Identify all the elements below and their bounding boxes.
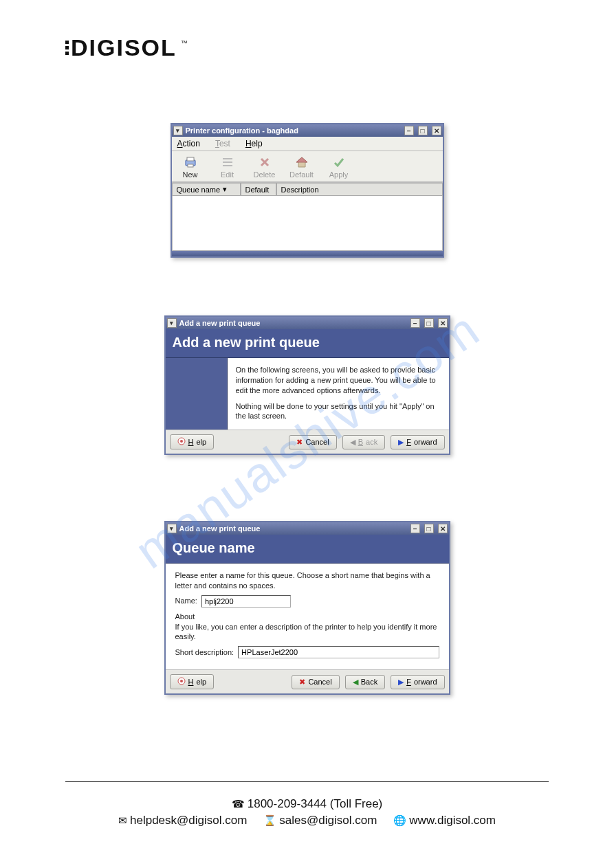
forward-icon: ▶: [398, 678, 404, 687]
forward-button[interactable]: ▶ Forward: [391, 675, 444, 689]
phone-icon: ☎: [232, 798, 245, 810]
footer-web: www.digisol.com: [409, 814, 496, 827]
name-input[interactable]: [201, 595, 291, 608]
table-header: Queue name ▾ Default Description: [172, 182, 443, 196]
wizard-body: Please enter a name for this queue. Choo…: [166, 564, 449, 669]
menu-test[interactable]: Test: [215, 139, 230, 148]
cancel-icon: ✖: [299, 678, 305, 687]
titlebar[interactable]: ▾ Printer configuration - baghdad – □ ✕: [172, 124, 443, 137]
titlebar[interactable]: ▾ Add a new print queue – □ ✕: [166, 522, 449, 535]
wizard-sidebar: [166, 358, 228, 430]
col-description[interactable]: Description: [276, 183, 443, 196]
globe-icon: 🌐: [393, 814, 406, 826]
wizard-heading: Queue name: [166, 535, 449, 564]
svg-rect-2: [188, 164, 193, 167]
help-icon: [177, 677, 186, 687]
cancel-icon: ✖: [296, 438, 303, 447]
back-button[interactable]: ◀ Back: [342, 435, 385, 449]
minimize-icon[interactable]: –: [404, 126, 414, 135]
sort-icon: ▾: [223, 185, 227, 194]
menu-action[interactable]: Action: [177, 139, 200, 148]
help-button[interactable]: Help: [170, 674, 215, 689]
name-label: Name:: [175, 596, 197, 606]
svg-rect-4: [223, 162, 232, 163]
back-icon: ◀: [350, 438, 355, 447]
toolbar: New Edit Delete Default: [172, 151, 443, 182]
wizard-heading: Add a new print queue: [166, 329, 449, 358]
delete-button[interactable]: Delete: [248, 154, 282, 180]
about-label: About: [175, 612, 439, 622]
delete-label: Delete: [254, 170, 276, 179]
properties-icon: [220, 155, 235, 169]
cancel-button[interactable]: ✖ Cancel: [292, 675, 339, 689]
menubar: Action Test Help: [172, 137, 443, 151]
queue-name-window: ▾ Add a new print queue – □ ✕ Queue name…: [164, 521, 450, 695]
default-button[interactable]: Default: [285, 154, 319, 180]
close-icon[interactable]: ✕: [432, 126, 441, 135]
add-queue-intro-window: ▾ Add a new print queue – □ ✕ Add a new …: [164, 315, 450, 455]
maximize-icon[interactable]: □: [424, 524, 434, 533]
queue-intro: Please enter a name for this queue. Choo…: [175, 570, 439, 591]
close-icon[interactable]: ✕: [438, 524, 448, 533]
brand-text: DIGISOL: [71, 34, 177, 61]
default-label: Default: [289, 170, 314, 179]
svg-point-9: [180, 680, 183, 682]
help-button[interactable]: Help: [170, 434, 215, 449]
button-bar: Help ✖ Cancel ◀ Back ▶ Forward: [166, 430, 449, 454]
mail-icon: ✉: [118, 814, 127, 826]
svg-rect-3: [223, 158, 232, 159]
window-title: Add a new print queue: [179, 524, 261, 533]
footer-separator: [65, 781, 549, 782]
desc-label: Short description:: [175, 647, 234, 658]
back-button[interactable]: ◀ Back: [345, 675, 385, 689]
maximize-icon[interactable]: □: [424, 318, 434, 328]
table-body: [172, 196, 443, 251]
footer-phone: 1800-209-3444 (Toll Free): [248, 797, 383, 810]
delete-icon: [257, 155, 272, 169]
apply-button[interactable]: Apply: [322, 154, 356, 180]
window-menu-icon[interactable]: ▾: [167, 524, 177, 533]
new-label: New: [182, 170, 197, 179]
home-icon: [294, 155, 309, 169]
window-menu-icon[interactable]: ▾: [167, 318, 177, 328]
desc-input[interactable]: [238, 646, 439, 658]
back-icon: ◀: [353, 678, 358, 687]
new-button[interactable]: New: [173, 154, 208, 180]
statusbar: [172, 251, 443, 256]
footer-sales: sales@digisol.com: [279, 814, 377, 827]
about-text: If you like, you can enter a description…: [175, 622, 439, 643]
window-title: Add a new print queue: [179, 319, 261, 327]
titlebar[interactable]: ▾ Add a new print queue – □ ✕: [166, 317, 449, 329]
minimize-icon[interactable]: –: [410, 524, 420, 533]
svg-rect-1: [187, 157, 194, 161]
printer-icon: [183, 155, 198, 169]
printer-config-window: ▾ Printer configuration - baghdad – □ ✕ …: [171, 123, 444, 258]
edit-button[interactable]: Edit: [210, 154, 245, 180]
brand-logo: DIGISOL ™: [65, 34, 549, 61]
svg-point-7: [180, 440, 183, 443]
close-icon[interactable]: ✕: [438, 318, 448, 328]
forward-icon: ▶: [398, 438, 404, 447]
footer: ☎1800-209-3444 (Toll Free) ✉helpdesk@dig…: [0, 794, 614, 830]
apply-icon: [331, 155, 347, 169]
footer-helpdesk: helpdesk@digisol.com: [130, 814, 247, 827]
menu-help[interactable]: Help: [245, 139, 263, 148]
window-menu-icon[interactable]: ▾: [173, 126, 183, 135]
help-icon: [177, 437, 186, 447]
intro-paragraph-2: Nothing will be done to your settings un…: [236, 401, 441, 422]
button-bar: Help ✖ Cancel ◀ Back ▶ Forward: [166, 669, 449, 693]
col-queue-name[interactable]: Queue name ▾: [172, 183, 241, 196]
window-title: Printer configuration - baghdad: [186, 126, 298, 135]
intro-paragraph-1: On the following screens, you will be as…: [236, 365, 441, 396]
edit-label: Edit: [221, 170, 234, 179]
maximize-icon[interactable]: □: [418, 126, 428, 135]
minimize-icon[interactable]: –: [410, 318, 420, 328]
svg-rect-5: [223, 165, 232, 166]
col-default[interactable]: Default: [241, 183, 276, 196]
hourglass-icon: ⌛: [263, 814, 276, 826]
wizard-body: On the following screens, you will be as…: [166, 358, 449, 430]
cancel-button[interactable]: ✖ Cancel: [289, 435, 336, 449]
forward-button[interactable]: ▶ Forward: [391, 435, 444, 449]
apply-label: Apply: [329, 170, 349, 179]
